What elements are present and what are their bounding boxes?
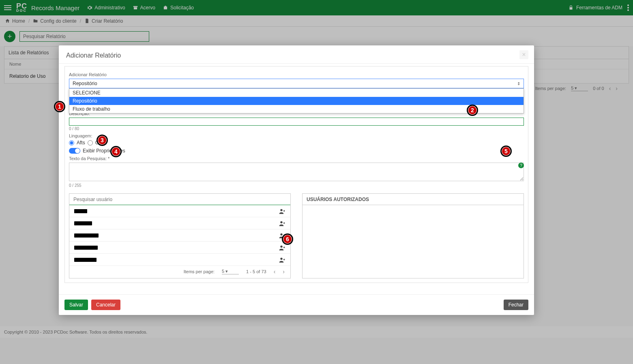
select-value: Repositório <box>73 81 97 86</box>
annotation-6: 6 <box>282 233 293 245</box>
modal-title: Adicionar Relatório <box>59 45 534 63</box>
show-properties-toggle[interactable] <box>69 148 80 154</box>
svg-point-8 <box>280 209 282 211</box>
close-button[interactable]: Fechar <box>504 300 528 310</box>
select-option[interactable]: Repositório <box>69 97 524 105</box>
svg-point-10 <box>280 233 282 235</box>
user-name-redacted <box>74 209 87 213</box>
ipp-label: Items per page: <box>184 269 215 274</box>
desc-counter: 0 / 80 <box>69 126 524 131</box>
save-button[interactable]: Salvar <box>64 300 88 310</box>
svg-point-11 <box>280 245 282 247</box>
user-name-redacted <box>74 258 97 262</box>
prev-page-icon[interactable]: ‹ <box>274 268 276 275</box>
form-card: Adicionar Relatório Repositório ⇕ SELECI… <box>64 66 528 283</box>
user-row <box>69 229 290 242</box>
user-row <box>69 254 290 266</box>
ipp-select[interactable]: 5 ▾ <box>222 269 239 274</box>
chevron-down-icon: ⇕ <box>517 81 520 86</box>
select-option[interactable]: SELECIONE <box>69 89 524 97</box>
query-textarea[interactable] <box>69 163 524 181</box>
user-name-redacted <box>74 221 92 225</box>
svg-point-9 <box>280 221 282 223</box>
cancel-button[interactable]: Cancelar <box>91 300 120 310</box>
annotation-1: 1 <box>54 101 65 112</box>
annotation-4: 4 <box>110 146 122 157</box>
user-search-box: Items per page: 5 ▾ 1 - 5 of 73 ‹ › <box>69 193 291 278</box>
authorized-users-box: USUÁRIOS AUTORIZADOS <box>302 193 524 278</box>
annotation-3: 3 <box>97 135 108 146</box>
select-option[interactable]: Fluxo de trabalho <box>69 105 524 113</box>
radio-cmis[interactable] <box>88 140 93 146</box>
add-user-icon[interactable] <box>279 257 285 263</box>
add-user-icon[interactable] <box>279 208 285 214</box>
query-label: Texto da Pesquisa: * <box>69 156 524 161</box>
add-report-modal: Adicionar Relatório × Adicionar Relatóri… <box>59 45 534 315</box>
next-page-icon[interactable]: › <box>283 268 285 275</box>
user-row <box>69 205 290 217</box>
query-counter: 0 / 255 <box>69 183 524 188</box>
user-row <box>69 217 290 229</box>
annotation-5: 5 <box>500 146 512 157</box>
modal-footer: Salvar Cancelar Fechar <box>59 294 534 315</box>
authorized-title: USUÁRIOS AUTORIZADOS <box>303 194 524 205</box>
add-user-icon[interactable] <box>279 221 285 226</box>
user-search-input[interactable] <box>69 194 290 205</box>
user-row <box>69 242 290 254</box>
annotation-2: 2 <box>467 105 478 116</box>
description-input[interactable] <box>69 118 524 126</box>
section-label: Adicionar Relatório <box>69 72 524 77</box>
report-type-select[interactable]: Repositório ⇕ <box>69 79 524 88</box>
range-label: 1 - 5 of 73 <box>246 269 266 274</box>
add-user-icon[interactable] <box>279 245 285 251</box>
user-name-redacted <box>74 233 99 238</box>
help-icon[interactable]: ? <box>518 163 524 168</box>
radio-afts-label: Afts <box>77 140 85 146</box>
svg-point-12 <box>280 257 282 259</box>
modal-close-button[interactable]: × <box>519 50 528 59</box>
radio-afts[interactable] <box>69 140 74 146</box>
user-pager: Items per page: 5 ▾ 1 - 5 of 73 ‹ › <box>69 266 290 277</box>
user-name-redacted <box>74 246 98 250</box>
lang-label: Linguagem: <box>69 133 524 138</box>
select-dropdown: SELECIONE Repositório Fluxo de trabalho <box>69 88 524 113</box>
